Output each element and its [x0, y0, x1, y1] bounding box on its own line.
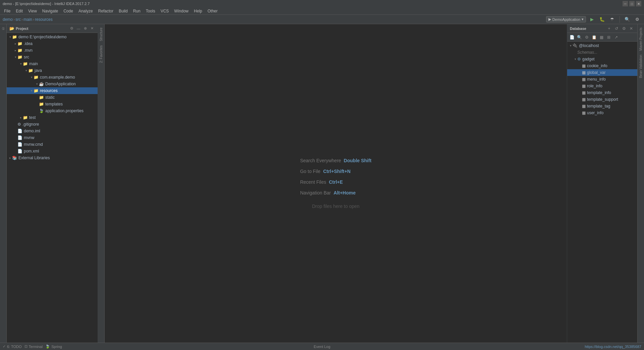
- db-tree-item[interactable]: ▦global_var: [567, 69, 637, 76]
- tree-item[interactable]: 🍃application.properties: [7, 107, 98, 114]
- menu-item-edit[interactable]: Edit: [13, 8, 25, 14]
- db-tree-item[interactable]: ▦role_info: [567, 83, 637, 89]
- left-side-icons: ①: [0, 24, 7, 343]
- tree-item[interactable]: ▸📁test: [7, 114, 98, 121]
- db-tree-item[interactable]: Schemas...: [567, 49, 637, 56]
- menu-item-help[interactable]: Help: [191, 8, 205, 14]
- search-everywhere-button[interactable]: 🔍: [623, 15, 631, 24]
- db-toolbar-btn-5[interactable]: ▦: [598, 34, 605, 41]
- menu-item-code[interactable]: Code: [61, 8, 76, 14]
- db-refresh-button[interactable]: ↺: [613, 25, 620, 32]
- tree-item[interactable]: ▾📁com.example.demo: [7, 74, 98, 81]
- tree-item[interactable]: ▾📁main: [7, 60, 98, 67]
- shortcut-label: Recent Files: [300, 179, 326, 185]
- tree-arrow-icon: ▸: [13, 42, 17, 45]
- nav-crumb-main[interactable]: main: [23, 17, 32, 22]
- todo-tab[interactable]: ✓ 6: TODO: [3, 344, 22, 349]
- left-side-tab-structure[interactable]: Structure: [99, 26, 104, 43]
- tree-item[interactable]: 📁templates: [7, 101, 98, 107]
- tree-node-label: demo.iml: [24, 129, 40, 133]
- shortcut-label: Navigation Bar: [300, 190, 331, 195]
- nav-crumb-demo[interactable]: demo: [3, 17, 13, 22]
- db-tree-item[interactable]: ▾⚙gadget: [567, 56, 637, 62]
- tree-item[interactable]: 📄mvnw: [7, 134, 98, 141]
- maximize-button[interactable]: □: [629, 1, 635, 6]
- db-toolbar-btn-6[interactable]: ⊞: [605, 34, 612, 41]
- bottom-url[interactable]: https://blog.csdn.net/qq_35385687: [585, 345, 641, 349]
- panel-action-collapse[interactable]: —: [75, 26, 82, 32]
- title-text: demo - [E:\project\idea\demo] - IntelliJ…: [3, 2, 90, 6]
- menu-item-other[interactable]: Other: [205, 8, 220, 14]
- db-close-button[interactable]: ✕: [628, 25, 635, 32]
- menu-item-view[interactable]: View: [25, 8, 40, 14]
- tree-arrow-icon: ▾: [30, 76, 34, 79]
- tree-arrow-icon: ▾: [8, 35, 12, 39]
- coverage-button[interactable]: ☂: [608, 15, 616, 24]
- db-toolbar: 📄 🔍 ⚙ 📋 ▦ ⊞ ↗: [567, 33, 637, 42]
- close-button[interactable]: ✕: [636, 1, 641, 6]
- spring-tab[interactable]: 🍃 Spring: [45, 344, 62, 349]
- tree-item[interactable]: ▾📁src: [7, 54, 98, 60]
- db-tree-item[interactable]: ▾🔌@localhost: [567, 42, 637, 49]
- run-button[interactable]: ▶: [588, 15, 596, 24]
- menu-item-run[interactable]: Run: [130, 8, 143, 14]
- shortcut-row: Recent FilesCtrl+E: [300, 179, 343, 185]
- right-edge-tab-bean-validation[interactable]: Bean Validation: [638, 53, 643, 80]
- db-settings-button[interactable]: ⚙: [621, 25, 627, 32]
- db-tree-item[interactable]: ▦template_support: [567, 96, 637, 103]
- db-toolbar-btn-1[interactable]: 📄: [569, 34, 575, 41]
- db-toolbar-btn-7[interactable]: ↗: [613, 34, 620, 41]
- db-add-button[interactable]: +: [606, 25, 612, 32]
- right-edge-tab-maven-projects[interactable]: Maven Projects: [638, 26, 643, 53]
- panel-action-expand[interactable]: ⊕: [82, 26, 88, 32]
- tree-item[interactable]: 📄mvnw.cmd: [7, 141, 98, 148]
- db-toolbar-btn-3[interactable]: ⚙: [583, 34, 590, 41]
- menu-item-refactor[interactable]: Refactor: [96, 8, 116, 14]
- menu-item-window[interactable]: Window: [171, 8, 191, 14]
- shortcut-key: Alt+Home: [334, 190, 356, 195]
- menu-item-analyze[interactable]: Analyze: [76, 8, 96, 14]
- tree-node-icon: ☕: [39, 82, 44, 86]
- tree-item[interactable]: ▾📁java: [7, 67, 98, 74]
- tree-item[interactable]: 📄demo.iml: [7, 128, 98, 134]
- panel-action-settings[interactable]: ✕: [89, 26, 95, 32]
- menu-item-navigate[interactable]: Navigate: [40, 8, 61, 14]
- tree-arrow-icon: ▾: [24, 69, 28, 72]
- panel-action-1[interactable]: ⚙: [69, 26, 75, 32]
- debug-button[interactable]: 🐛: [598, 15, 606, 24]
- db-tree-item[interactable]: ▦template_tag: [567, 103, 637, 110]
- run-config-selector[interactable]: ▶ DemoApplication ▾: [546, 16, 586, 23]
- left-icon-1[interactable]: ①: [0, 26, 6, 32]
- tree-node-icon: 📁: [34, 88, 39, 93]
- tree-item[interactable]: ▸📚External Libraries: [7, 155, 98, 161]
- left-side-tab-2:-favorites[interactable]: 2: Favorites: [99, 43, 104, 65]
- nav-crumb-src[interactable]: src: [15, 17, 21, 22]
- db-tree-item[interactable]: ▦user_info: [567, 110, 637, 116]
- menu-item-build[interactable]: Build: [116, 8, 130, 14]
- nav-crumb-resources[interactable]: resources: [35, 17, 53, 22]
- db-tree-item[interactable]: ▦template_info: [567, 89, 637, 96]
- tree-item[interactable]: ▸📁.mvn: [7, 47, 98, 54]
- settings-button[interactable]: ⚙: [633, 15, 641, 24]
- tree-item[interactable]: 📁static: [7, 94, 98, 101]
- tree-item[interactable]: ▾☕DemoApplication: [7, 81, 98, 87]
- db-node-label: global_var: [587, 70, 605, 75]
- shortcut-key: Double Shift: [344, 158, 371, 163]
- tree-item[interactable]: 📄pom.xml: [7, 148, 98, 155]
- terminal-tab[interactable]: ⊡ Terminal: [24, 344, 43, 349]
- db-toolbar-btn-2[interactable]: 🔍: [576, 34, 583, 41]
- tree-item[interactable]: ⚙.gitignore: [7, 121, 98, 128]
- tree-arrow-icon: ▾: [19, 62, 23, 65]
- tree-node-label: External Libraries: [18, 156, 50, 160]
- menu-item-tools[interactable]: Tools: [143, 8, 158, 14]
- db-tree-item[interactable]: ▦menu_info: [567, 76, 637, 83]
- tree-item[interactable]: ▾📁demo E:\project\idea\demo: [7, 34, 98, 40]
- tree-item[interactable]: ▸📁.idea: [7, 40, 98, 47]
- db-toolbar-btn-4[interactable]: 📋: [591, 34, 597, 41]
- menu-item-file[interactable]: File: [1, 8, 13, 14]
- menu-item-vcs[interactable]: VCS: [158, 8, 172, 14]
- db-tree-item[interactable]: ▦cookie_info: [567, 62, 637, 69]
- event-log[interactable]: Event Log: [314, 345, 330, 349]
- tree-item[interactable]: ▾📁resources: [7, 87, 98, 94]
- minimize-button[interactable]: ─: [623, 1, 628, 6]
